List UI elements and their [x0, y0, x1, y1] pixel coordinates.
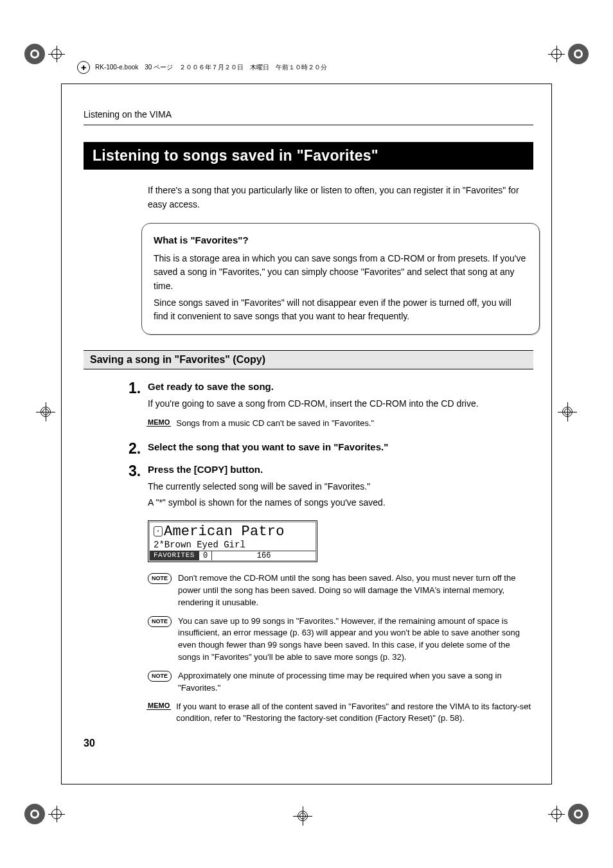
page-content: Listening on the VIMA Listening to songs… — [84, 109, 533, 731]
book-stamp-text: RK-100-e.book 30 ページ ２００６年７月２０日 木曜日 午前１０… — [95, 63, 327, 72]
step-title: Get ready to save the song. — [148, 381, 533, 392]
memo-text: Songs from a music CD can't be saved in … — [176, 418, 533, 430]
subsection-heading: Saving a song in "Favorites" (Copy) — [84, 350, 533, 369]
info-p1: This is a storage area in which you can … — [154, 252, 528, 294]
note-text: Don't remove the CD-ROM until the song h… — [178, 572, 533, 609]
lcd-line1: American Patro — [164, 524, 285, 540]
favorites-info-box: What is "Favorites"? This is a storage a… — [141, 223, 540, 335]
step-text-2: A "*" symbol is shown for the names of s… — [148, 496, 533, 510]
note-icon: NOTE — [148, 616, 172, 627]
crop-corner-tl — [24, 44, 63, 64]
memo-4: MEMO If you want to erase all of the con… — [148, 701, 533, 725]
stamp-icon: ✚ — [77, 61, 90, 74]
lcd-line2: 2*Brown Eyed Girl — [150, 540, 315, 551]
reg-mark-bottom — [296, 809, 310, 823]
reg-mark-left — [39, 405, 53, 419]
lcd-display: * American Patro 2*Brown Eyed Girl FAVOR… — [148, 520, 317, 562]
memo-icon: MEMO — [148, 702, 170, 709]
step-number: 2. — [129, 441, 148, 457]
step-number: 1. — [129, 381, 148, 436]
note-1: NOTE Don't remove the CD-ROM until the s… — [148, 572, 533, 609]
crop-corner-bl — [24, 804, 63, 824]
lcd-col2: 0 — [199, 551, 212, 560]
note-icon: NOTE — [148, 671, 172, 682]
info-p2: Since songs saved in "Favorites" will no… — [154, 296, 528, 324]
page-title: Listening to songs saved in "Favorites" — [84, 142, 533, 170]
step-1: 1. Get ready to save the song. If you're… — [129, 381, 533, 436]
step-title: Press the [COPY] button. — [148, 464, 533, 475]
book-stamp: ✚ RK-100-e.book 30 ページ ２００６年７月２０日 木曜日 午前… — [77, 61, 327, 74]
step-text-1: The currently selected song will be save… — [148, 480, 533, 494]
note-text: Approximately one minute of processing t… — [178, 670, 533, 695]
note-2: NOTE You can save up to 99 songs in "Fav… — [148, 616, 533, 664]
step-number: 3. — [129, 464, 148, 517]
lcd-col3: 166 — [212, 551, 315, 560]
running-rule — [84, 125, 533, 125]
lcd-star-icon: * — [154, 526, 163, 536]
note-text: You can save up to 99 songs in "Favorite… — [178, 616, 533, 664]
memo-icon: MEMO — [148, 418, 170, 426]
info-heading: What is "Favorites"? — [154, 233, 528, 247]
crop-corner-br — [550, 804, 589, 824]
lcd-favorites-label: FAVORITES — [150, 551, 199, 560]
crop-line-left — [61, 84, 62, 784]
note-3: NOTE Approximately one minute of process… — [148, 670, 533, 695]
step-title: Select the song that you want to save in… — [148, 441, 533, 452]
crop-line-bottom — [61, 784, 552, 784]
step-text: If you're going to save a song from CD-R… — [148, 397, 533, 411]
memo-text: If you want to erase all of the content … — [176, 701, 533, 725]
note-icon: NOTE — [148, 573, 172, 584]
crop-corner-tr — [550, 44, 589, 64]
page-number: 30 — [84, 738, 95, 749]
step-2: 2. Select the song that you want to save… — [129, 441, 533, 457]
step-3: 3. Press the [COPY] button. The currentl… — [129, 464, 533, 517]
notes-block: NOTE Don't remove the CD-ROM until the s… — [148, 572, 533, 725]
crop-line-right — [551, 84, 552, 784]
crop-line-top — [61, 84, 552, 84]
reg-mark-right — [560, 405, 574, 419]
running-head: Listening on the VIMA — [84, 109, 533, 120]
intro-text: If there's a song that you particularly … — [148, 184, 533, 211]
